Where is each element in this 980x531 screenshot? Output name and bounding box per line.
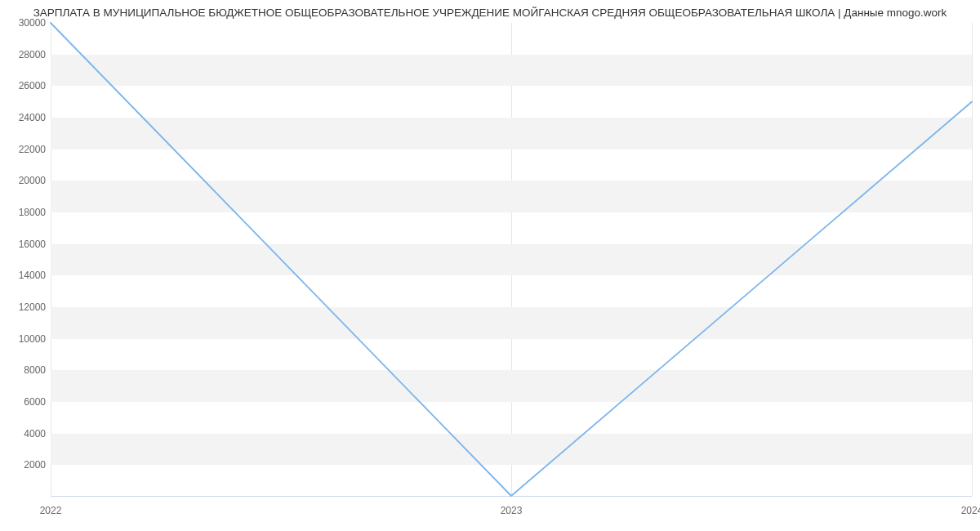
y-tick-label: 16000 xyxy=(0,239,46,250)
y-tick-label: 28000 xyxy=(0,49,46,60)
y-tick-label: 30000 xyxy=(0,17,46,29)
plot-area xyxy=(51,23,972,497)
series-line xyxy=(51,23,972,496)
line-series-layer xyxy=(51,23,972,496)
x-tick-label: 2023 xyxy=(501,505,523,516)
y-tick-label: 8000 xyxy=(0,364,46,376)
y-tick-label: 14000 xyxy=(0,270,46,281)
y-tick-label: 10000 xyxy=(0,333,46,345)
chart-container: ЗАРПЛАТА В МУНИЦИПАЛЬНОЕ БЮДЖЕТНОЕ ОБЩЕО… xyxy=(0,0,980,531)
y-tick-label: 18000 xyxy=(0,207,46,218)
y-tick-label: 22000 xyxy=(0,144,46,155)
y-tick-label: 24000 xyxy=(0,112,46,123)
y-tick-label: 2000 xyxy=(0,459,46,471)
y-tick-label: 6000 xyxy=(0,396,46,408)
y-tick-label: 4000 xyxy=(0,428,46,440)
grid-line-vertical xyxy=(972,23,973,496)
y-tick-label: 20000 xyxy=(0,175,46,186)
x-tick-label: 2022 xyxy=(40,505,62,516)
y-tick-label: 12000 xyxy=(0,301,46,313)
y-tick-label: 26000 xyxy=(0,80,46,91)
x-tick-label: 2024 xyxy=(961,505,980,516)
chart-title: ЗАРПЛАТА В МУНИЦИПАЛЬНОЕ БЮДЖЕТНОЕ ОБЩЕО… xyxy=(0,7,980,19)
